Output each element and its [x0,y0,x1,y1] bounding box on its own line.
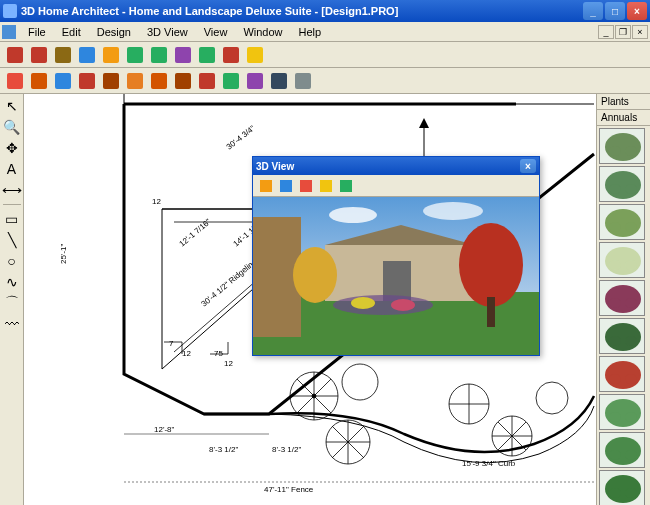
menu-edit[interactable]: Edit [54,24,89,40]
3d-view-close[interactable]: × [520,159,536,173]
print-tool-button[interactable] [292,70,314,92]
plan-canvas[interactable]: 25'-1" 30'-4 3/4" 12'-1 7/16" 14'-1 15/1… [24,94,596,505]
polyline-tool[interactable]: 〰 [2,314,22,334]
svg-point-44 [605,133,641,161]
maximize-button[interactable]: □ [605,2,625,20]
svg-point-47 [605,171,641,199]
svg-point-54 [609,260,621,270]
window-tool-button[interactable] [76,44,98,66]
pan-tool[interactable]: ✥ [2,138,22,158]
menubar: File Edit Design 3D View View Window Hel… [0,22,650,42]
plant-thumb-1[interactable] [599,166,645,202]
cube-tool-button[interactable] [52,70,74,92]
3d-view-window[interactable]: 3D View × [252,156,540,356]
slope-tool-icon [103,73,119,89]
slope-tool-button[interactable] [100,70,122,92]
svg-point-63 [609,374,621,384]
annuals-tab[interactable]: Annuals [597,110,650,126]
close-button[interactable]: × [627,2,647,20]
wedge-tool-button[interactable] [148,70,170,92]
svg-point-72 [609,488,621,498]
3d-view-toolbar [253,175,539,197]
toolbar-building [0,42,650,68]
settings-tool-icon[interactable] [337,177,355,195]
svg-point-69 [609,450,621,460]
plant-thumb-6[interactable] [599,356,645,392]
color-tool-button[interactable] [244,70,266,92]
dimension-tool[interactable]: ⟷ [2,180,22,200]
wall-sections-button[interactable] [4,44,26,66]
menu-design[interactable]: Design [89,24,139,40]
rail-tool-button[interactable] [124,44,146,66]
plant-thumb-2[interactable] [599,204,645,240]
curve-tool[interactable]: ∿ [2,272,22,292]
menu-window[interactable]: Window [235,24,290,40]
menu-file[interactable]: File [20,24,54,40]
svg-point-48 [609,184,621,194]
roof-tool-button[interactable] [172,70,194,92]
orbit-tool-icon[interactable] [277,177,295,195]
pointer-tool[interactable]: ↖ [2,96,22,116]
svg-point-70 [625,450,637,460]
dim-hypo-upper: 30'-4 3/4" [225,124,257,152]
mark-a: 7 [169,339,174,348]
deck-tool-icon [55,47,71,63]
sun-tool-button[interactable] [244,44,266,66]
walk-tool-icon[interactable] [257,177,275,195]
block-tool-button[interactable] [124,70,146,92]
dim-left-height: 25'-1" [59,243,68,264]
window-controls: _ □ × [583,2,647,20]
house-tool-button[interactable] [4,70,26,92]
lighting-tool-icon[interactable] [317,177,335,195]
3d-render-viewport[interactable] [253,197,539,355]
car-tool-button[interactable] [196,70,218,92]
circle-green-icon [199,47,215,63]
plant-thumb-3[interactable] [599,242,645,278]
grid-tool-button[interactable] [100,44,122,66]
triangle-tool-icon [31,73,47,89]
text-tool[interactable]: A [2,159,22,179]
mdi-close[interactable]: × [632,25,648,39]
mark-e: 12 [224,359,233,368]
round-tool-icon [223,73,239,89]
arc-tool[interactable]: ⌒ [2,293,22,313]
svg-point-66 [609,412,621,422]
bucket-tool-button[interactable] [268,70,290,92]
minimize-button[interactable]: _ [583,2,603,20]
menu-3dview[interactable]: 3D View [139,24,196,40]
no-entry-button[interactable] [220,44,242,66]
menu-help[interactable]: Help [291,24,330,40]
cube-tool-icon [55,73,71,89]
magnify-tool[interactable]: 🔍 [2,117,22,137]
round-tool-button[interactable] [220,70,242,92]
sphere-tool-button[interactable] [76,70,98,92]
look-tool-icon[interactable] [297,177,315,195]
plant-thumb-9[interactable] [599,470,645,505]
mdi-minimize[interactable]: _ [598,25,614,39]
menu-view[interactable]: View [196,24,236,40]
plant-thumb-8[interactable] [599,432,645,468]
triangle-tool-button[interactable] [28,70,50,92]
dim-bot-d: 15'-9 3/4" Curb [462,459,516,468]
svg-point-62 [605,361,641,389]
plant-thumb-5[interactable] [599,318,645,354]
3d-view-titlebar[interactable]: 3D View × [253,157,539,175]
mark-c: 12 [152,197,161,206]
plant-thumb-0[interactable] [599,128,645,164]
fence-purple-button[interactable] [172,44,194,66]
mdi-controls: _ ❐ × [598,25,648,39]
sun-tool-icon [247,47,263,63]
line-tool[interactable]: ╲ [2,230,22,250]
mdi-restore[interactable]: ❐ [615,25,631,39]
rect-tool[interactable]: ▭ [2,209,22,229]
mark-b: 12 [182,349,191,358]
svg-marker-5 [419,118,429,128]
fence-green-button[interactable] [148,44,170,66]
circle-green-button[interactable] [196,44,218,66]
plants-tab[interactable]: Plants [597,94,650,110]
plant-thumb-7[interactable] [599,394,645,430]
plant-thumb-4[interactable] [599,280,645,316]
deck-tool-button[interactable] [52,44,74,66]
ellipse-tool[interactable]: ○ [2,251,22,271]
wall-tool-button[interactable] [28,44,50,66]
